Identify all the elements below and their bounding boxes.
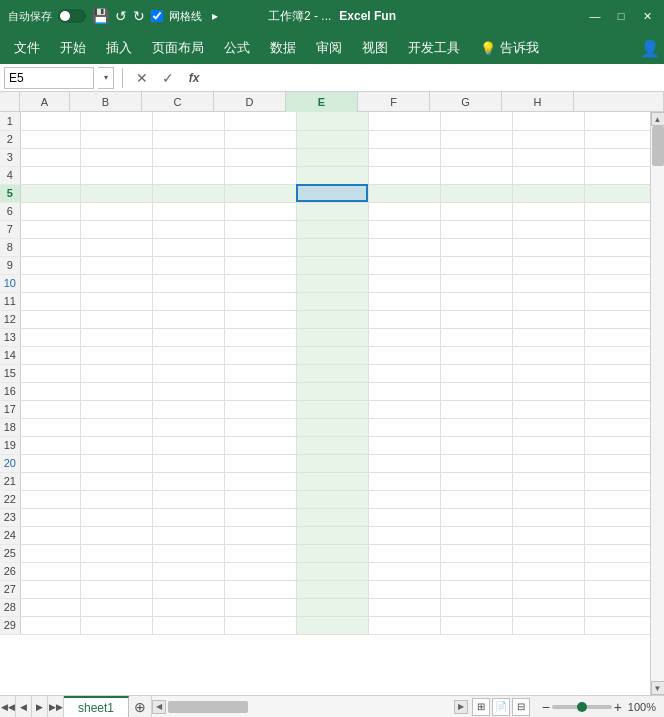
cell-E20[interactable] bbox=[296, 454, 368, 472]
normal-view-btn[interactable]: ⊞ bbox=[472, 698, 490, 716]
cell-F24[interactable] bbox=[368, 526, 440, 544]
cell-B6[interactable] bbox=[80, 202, 152, 220]
cell-C9[interactable] bbox=[152, 256, 224, 274]
vertical-scrollbar[interactable]: ▲ ▼ bbox=[650, 112, 664, 695]
row-number-16[interactable]: 16 bbox=[0, 382, 20, 400]
cell-G3[interactable] bbox=[440, 148, 512, 166]
cell-E6[interactable] bbox=[296, 202, 368, 220]
col-header-i[interactable] bbox=[574, 92, 664, 112]
cell-F14[interactable] bbox=[368, 346, 440, 364]
col-header-d[interactable]: D bbox=[214, 92, 286, 112]
cell-C18[interactable] bbox=[152, 418, 224, 436]
close-btn[interactable]: ✕ bbox=[638, 7, 656, 25]
row-number-9[interactable]: 9 bbox=[0, 256, 20, 274]
menu-data[interactable]: 数据 bbox=[260, 35, 306, 61]
cell-E9[interactable] bbox=[296, 256, 368, 274]
row-number-6[interactable]: 6 bbox=[0, 202, 20, 220]
cell-F25[interactable] bbox=[368, 544, 440, 562]
cell-C22[interactable] bbox=[152, 490, 224, 508]
cell-B20[interactable] bbox=[80, 454, 152, 472]
cell-E13[interactable] bbox=[296, 328, 368, 346]
cell-H11[interactable] bbox=[512, 292, 584, 310]
cell-B5[interactable] bbox=[80, 184, 152, 202]
h-scroll-right-btn[interactable]: ▶ bbox=[454, 700, 468, 714]
cell-E25[interactable] bbox=[296, 544, 368, 562]
row-number-25[interactable]: 25 bbox=[0, 544, 20, 562]
cell-G14[interactable] bbox=[440, 346, 512, 364]
cell-H26[interactable] bbox=[512, 562, 584, 580]
row-number-28[interactable]: 28 bbox=[0, 598, 20, 616]
cell-G25[interactable] bbox=[440, 544, 512, 562]
cell-B7[interactable] bbox=[80, 220, 152, 238]
user-icon[interactable]: 👤 bbox=[640, 39, 660, 58]
cell-H18[interactable] bbox=[512, 418, 584, 436]
cell-C7[interactable] bbox=[152, 220, 224, 238]
cell-extra-9[interactable] bbox=[584, 256, 650, 274]
cell-D3[interactable] bbox=[224, 148, 296, 166]
cell-F1[interactable] bbox=[368, 112, 440, 130]
cell-A19[interactable] bbox=[20, 436, 80, 454]
cell-E24[interactable] bbox=[296, 526, 368, 544]
cell-B2[interactable] bbox=[80, 130, 152, 148]
cell-F10[interactable] bbox=[368, 274, 440, 292]
cell-H20[interactable] bbox=[512, 454, 584, 472]
cell-F15[interactable] bbox=[368, 364, 440, 382]
cell-D29[interactable] bbox=[224, 616, 296, 634]
cell-B12[interactable] bbox=[80, 310, 152, 328]
cell-A21[interactable] bbox=[20, 472, 80, 490]
cell-extra-24[interactable] bbox=[584, 526, 650, 544]
cell-F19[interactable] bbox=[368, 436, 440, 454]
cell-extra-20[interactable] bbox=[584, 454, 650, 472]
cell-H16[interactable] bbox=[512, 382, 584, 400]
cell-A15[interactable] bbox=[20, 364, 80, 382]
cell-G26[interactable] bbox=[440, 562, 512, 580]
cell-D13[interactable] bbox=[224, 328, 296, 346]
cell-D4[interactable] bbox=[224, 166, 296, 184]
cell-D25[interactable] bbox=[224, 544, 296, 562]
cell-C25[interactable] bbox=[152, 544, 224, 562]
cell-F27[interactable] bbox=[368, 580, 440, 598]
cell-D27[interactable] bbox=[224, 580, 296, 598]
zoom-in-btn[interactable]: + bbox=[614, 699, 622, 715]
page-layout-btn[interactable]: 📄 bbox=[492, 698, 510, 716]
row-number-8[interactable]: 8 bbox=[0, 238, 20, 256]
minimize-btn[interactable]: — bbox=[586, 7, 604, 25]
cell-F11[interactable] bbox=[368, 292, 440, 310]
row-number-7[interactable]: 7 bbox=[0, 220, 20, 238]
cell-D2[interactable] bbox=[224, 130, 296, 148]
cell-D24[interactable] bbox=[224, 526, 296, 544]
cell-C5[interactable] bbox=[152, 184, 224, 202]
cell-B13[interactable] bbox=[80, 328, 152, 346]
zoom-out-btn[interactable]: − bbox=[542, 699, 550, 715]
cell-H5[interactable] bbox=[512, 184, 584, 202]
cell-H2[interactable] bbox=[512, 130, 584, 148]
cell-A11[interactable] bbox=[20, 292, 80, 310]
row-number-11[interactable]: 11 bbox=[0, 292, 20, 310]
cell-A8[interactable] bbox=[20, 238, 80, 256]
cell-B1[interactable] bbox=[80, 112, 152, 130]
cell-extra-17[interactable] bbox=[584, 400, 650, 418]
insert-function-btn[interactable]: fx bbox=[183, 67, 205, 89]
cell-reference-box[interactable]: E5 bbox=[4, 67, 94, 89]
sheet-nav-first[interactable]: ◀◀ bbox=[0, 696, 16, 718]
cell-B14[interactable] bbox=[80, 346, 152, 364]
cell-G18[interactable] bbox=[440, 418, 512, 436]
cell-F28[interactable] bbox=[368, 598, 440, 616]
cell-G12[interactable] bbox=[440, 310, 512, 328]
cell-extra-22[interactable] bbox=[584, 490, 650, 508]
cell-extra-27[interactable] bbox=[584, 580, 650, 598]
formula-input[interactable] bbox=[209, 67, 660, 89]
cell-C26[interactable] bbox=[152, 562, 224, 580]
cell-B22[interactable] bbox=[80, 490, 152, 508]
redo-btn[interactable]: ↻ bbox=[133, 8, 145, 24]
cell-B28[interactable] bbox=[80, 598, 152, 616]
col-header-b[interactable]: B bbox=[70, 92, 142, 112]
cell-E1[interactable] bbox=[296, 112, 368, 130]
gridlines-checkbox[interactable] bbox=[151, 10, 163, 22]
col-header-a[interactable]: A bbox=[20, 92, 70, 112]
cell-ref-dropdown[interactable]: ▾ bbox=[98, 67, 114, 89]
row-number-20[interactable]: 20 bbox=[0, 454, 20, 472]
row-number-14[interactable]: 14 bbox=[0, 346, 20, 364]
cell-B23[interactable] bbox=[80, 508, 152, 526]
row-number-10[interactable]: 10 bbox=[0, 274, 20, 292]
